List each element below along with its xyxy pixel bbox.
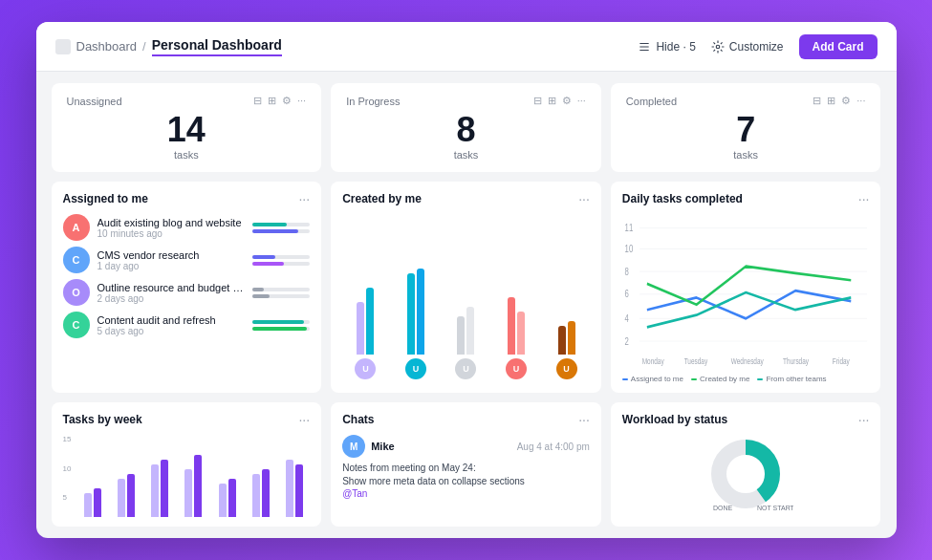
svg-text:Thursday: Thursday <box>783 356 809 366</box>
chart-legend: Assigned to me Created by me From other … <box>622 375 870 383</box>
week-bar-2 <box>161 460 168 517</box>
svg-text:6: 6 <box>624 288 628 300</box>
hide-button[interactable]: Hide · 5 <box>638 40 695 54</box>
chat-time: Aug 4 at 4:00 pm <box>517 442 590 452</box>
workload-header: Workload by status ··· <box>622 412 870 427</box>
task-bar-2 <box>252 294 310 298</box>
daily-header: Daily tasks completed ··· <box>622 191 870 206</box>
stat-label-1: In Progress <box>346 96 400 107</box>
svg-point-3 <box>716 45 720 49</box>
svg-point-23 <box>728 457 763 491</box>
task-name: Audit existing blog and website <box>98 217 246 228</box>
top-bar: Dashboard / Personal Dashboard Hide · 5 … <box>36 22 897 72</box>
task-item[interactable]: AAudit existing blog and website10 minut… <box>63 214 311 241</box>
created-menu[interactable]: ··· <box>578 191 590 206</box>
chats-title: Chats <box>342 413 374 426</box>
stat-sub-0: tasks <box>67 149 307 161</box>
expand-icon-2[interactable]: ⊞ <box>827 95 835 107</box>
filter-icon-0[interactable]: ⊟ <box>253 95 262 107</box>
created-bar-wrap <box>357 278 374 355</box>
created-by-me-widget: Created by me ··· UUUUU <box>331 182 601 393</box>
week-bar-2 <box>127 474 135 517</box>
week-menu[interactable]: ··· <box>298 412 310 427</box>
more-icon-1[interactable]: ··· <box>577 95 586 107</box>
filter-icon-1[interactable]: ⊟ <box>533 95 542 107</box>
week-bars <box>118 474 135 517</box>
week-bar-group <box>178 455 208 517</box>
created-bar-1 <box>457 316 465 355</box>
gear-icon-1[interactable]: ⚙ <box>562 95 572 107</box>
created-col: U <box>443 278 489 379</box>
week-bar-1 <box>286 460 293 517</box>
svg-text:Wednesday: Wednesday <box>731 356 764 366</box>
svg-text:Monday: Monday <box>642 356 664 366</box>
filter-icon-2[interactable]: ⊟ <box>813 95 821 107</box>
assigned-header: Assigned to me ··· <box>63 191 311 206</box>
created-col: U <box>493 278 540 379</box>
more-icon-2[interactable]: ··· <box>856 95 865 107</box>
more-icon-0[interactable]: ··· <box>297 95 306 107</box>
created-bar-wrap <box>508 278 525 355</box>
week-bar-1 <box>118 479 125 517</box>
chat-avatar: M <box>342 435 365 458</box>
svg-text:8: 8 <box>624 265 628 277</box>
created-avatar: U <box>506 358 527 379</box>
week-bar-1 <box>84 493 92 517</box>
stat-unassigned: Unassigned ⊟ ⊞ ⚙ ··· 14 tasks <box>52 83 322 172</box>
legend-other: From other teams <box>757 375 826 383</box>
chat-mention[interactable]: @Tan <box>342 488 590 499</box>
assigned-to-me-widget: Assigned to me ··· AAudit existing blog … <box>52 182 322 393</box>
chats-menu[interactable]: ··· <box>578 412 590 427</box>
gear-icon-0[interactable]: ⚙ <box>282 95 292 107</box>
line-chart-svg: 11 10 8 6 4 2 <box>622 214 870 371</box>
main-container: Dashboard / Personal Dashboard Hide · 5 … <box>36 22 897 538</box>
line-chart-area: 11 10 8 6 4 2 <box>622 214 870 371</box>
workload-menu[interactable]: ··· <box>858 412 870 427</box>
expand-icon-0[interactable]: ⊞ <box>268 95 276 107</box>
task-item[interactable]: OOutline resource and budget needs2 days… <box>63 279 311 306</box>
week-bar-2 <box>262 469 270 517</box>
created-header: Created by me ··· <box>342 191 590 206</box>
created-avatar: U <box>556 358 577 379</box>
breadcrumb: Dashboard / Personal Dashboard <box>55 37 282 56</box>
stat-inprogress: In Progress ⊟ ⊞ ⚙ ··· 8 tasks <box>331 83 601 172</box>
customize-button[interactable]: Customize <box>711 40 784 54</box>
created-chart: UUUUU <box>342 214 590 383</box>
add-card-button[interactable]: Add Card <box>799 34 878 59</box>
week-chart <box>76 435 310 517</box>
created-bar-2 <box>466 307 474 355</box>
expand-icon-1[interactable]: ⊞ <box>548 95 556 107</box>
task-item[interactable]: CCMS vendor research1 day ago <box>63 247 311 273</box>
week-bar-2 <box>228 479 236 517</box>
week-header: Tasks by week ··· <box>63 412 311 427</box>
week-bar-group <box>144 460 175 517</box>
middle-row: Assigned to me ··· AAudit existing blog … <box>52 182 881 393</box>
created-bar-2 <box>517 312 525 355</box>
daily-menu[interactable]: ··· <box>858 191 870 206</box>
week-bar-1 <box>219 484 227 517</box>
chat-line2: Show more meta data on collapse sections <box>342 475 590 488</box>
stat-label-0: Unassigned <box>67 96 122 107</box>
week-bar-2 <box>295 464 303 517</box>
breadcrumb-parent: Dashboard <box>76 39 138 54</box>
task-time: 10 minutes ago <box>98 228 246 239</box>
stat-icons-2: ⊟ ⊞ ⚙ ··· <box>813 95 865 107</box>
workload-title: Workload by status <box>622 413 727 426</box>
week-bar-1 <box>151 464 159 517</box>
gear-icon-2[interactable]: ⚙ <box>841 95 851 107</box>
donut-area: DONE NOT STARTED <box>622 435 870 517</box>
week-bar-1 <box>184 469 192 517</box>
stat-completed: Completed ⊟ ⊞ ⚙ ··· 7 tasks <box>611 83 881 172</box>
created-bar-wrap <box>457 278 474 355</box>
legend-assigned: Assigned to me <box>622 375 683 383</box>
legend-created-label: Created by me <box>700 375 749 383</box>
task-list: AAudit existing blog and website10 minut… <box>63 214 311 383</box>
stat-sub-2: tasks <box>626 149 866 161</box>
created-bar-2 <box>366 288 374 355</box>
assigned-menu[interactable]: ··· <box>298 191 310 206</box>
stat-sub-1: tasks <box>346 149 586 161</box>
task-item[interactable]: CContent audit and refresh5 days ago <box>63 312 311 338</box>
task-name: Outline resource and budget needs <box>98 282 246 293</box>
created-bar-1 <box>357 302 364 355</box>
week-bar-1 <box>252 474 260 517</box>
